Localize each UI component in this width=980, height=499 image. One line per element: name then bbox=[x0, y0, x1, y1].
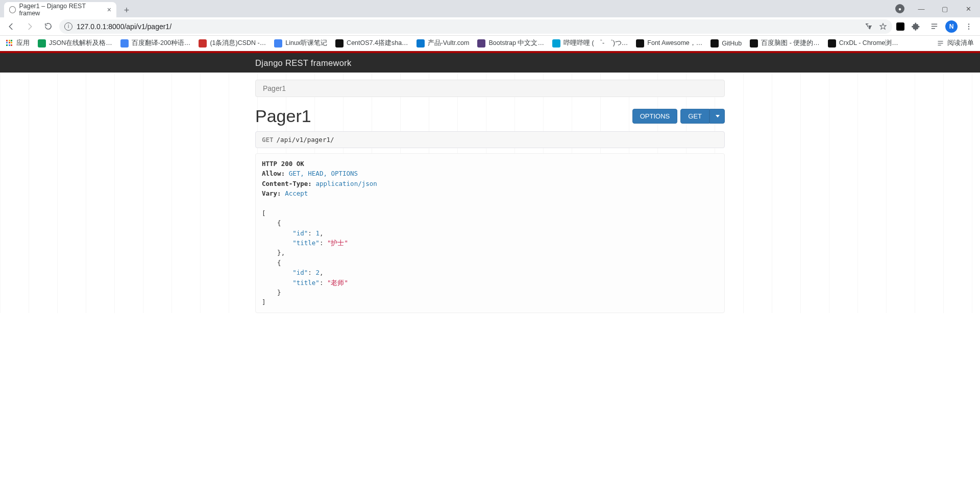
extensions-puzzle-icon[interactable] bbox=[909, 19, 923, 34]
bookmark-favicon bbox=[710, 39, 719, 47]
bookmark-label: Linux听课笔记 bbox=[285, 39, 327, 47]
bookmark-favicon bbox=[552, 39, 560, 47]
bookmark-item[interactable]: 百度翻译-200种语… bbox=[120, 39, 191, 47]
bookmarks-bar: 应用 JSON在线解析及格…百度翻译-200种语…(1条消息)CSDN -…Li… bbox=[0, 36, 980, 51]
new-tab-button[interactable]: + bbox=[119, 3, 134, 17]
bookmark-label: 哔哩哔哩 ( ゜- ゜)つ… bbox=[564, 39, 628, 47]
window-close-button[interactable]: ✕ bbox=[957, 1, 980, 16]
bookmark-favicon bbox=[274, 39, 282, 47]
bookmark-label: 百度脑图 - 便捷的… bbox=[761, 39, 820, 47]
bookmark-item[interactable]: 哔哩哔哩 ( ゜- ゜)つ… bbox=[552, 39, 628, 47]
breadcrumb: Pager1 bbox=[255, 80, 725, 97]
request-box: GET/api/v1/pager1/ bbox=[255, 131, 725, 148]
request-path: /api/v1/pager1/ bbox=[277, 136, 334, 144]
account-chip-icon[interactable]: ● bbox=[895, 4, 904, 13]
get-button[interactable]: GET bbox=[680, 109, 709, 124]
address-bar[interactable]: i 127.0.0.1:8000/api/v1/pager1/ bbox=[59, 19, 892, 34]
drf-brand-link[interactable]: Django REST framework bbox=[255, 58, 351, 67]
bookmark-item[interactable]: Bootstrap 中文文… bbox=[477, 39, 544, 47]
response-pre: HTTP 200 OK Allow: GET, HEAD, OPTIONS Co… bbox=[262, 159, 718, 307]
bookmark-item[interactable]: (1条消息)CSDN -… bbox=[199, 39, 266, 47]
browser-menu-button[interactable] bbox=[962, 19, 976, 34]
bookmark-favicon bbox=[828, 39, 836, 47]
svg-point-2 bbox=[968, 28, 969, 29]
bookmark-label: Font Awesome，… bbox=[647, 39, 702, 47]
page-title: Pager1 bbox=[255, 106, 311, 126]
bookmark-label: CentOS7.4搭建sha… bbox=[347, 39, 408, 47]
bookmark-label: 百度翻译-200种语… bbox=[132, 39, 191, 47]
nav-reload-button[interactable] bbox=[41, 19, 55, 34]
bookmark-favicon bbox=[636, 39, 644, 47]
bookmark-favicon bbox=[477, 39, 485, 47]
bookmark-item[interactable]: CentOS7.4搭建sha… bbox=[335, 39, 408, 47]
browser-tab-active[interactable]: Pager1 – Django REST framew × bbox=[4, 2, 116, 17]
bookmark-label: 产品-Vultr.com bbox=[428, 39, 470, 47]
bookmark-favicon bbox=[199, 39, 207, 47]
reading-list-label: 阅读清单 bbox=[947, 39, 974, 47]
bookmark-label: Bootstrap 中文文… bbox=[488, 39, 544, 47]
bookmark-label: CrxDL - Chrome浏… bbox=[839, 39, 898, 47]
window-minimize-button[interactable]: — bbox=[910, 1, 933, 16]
browser-tabstrip: Pager1 – Django REST framew × + ● — ▢ ✕ bbox=[0, 0, 980, 17]
extension-icon[interactable] bbox=[896, 22, 904, 31]
bookmark-item[interactable]: 产品-Vultr.com bbox=[416, 39, 470, 47]
get-dropdown-toggle[interactable] bbox=[709, 109, 725, 124]
bookmark-favicon bbox=[335, 39, 344, 47]
window-controls: ● — ▢ ✕ bbox=[895, 0, 980, 17]
reading-list-icon bbox=[937, 39, 944, 47]
request-method: GET bbox=[262, 136, 274, 144]
browser-toolbar: i 127.0.0.1:8000/api/v1/pager1/ N bbox=[0, 17, 980, 36]
bookmark-label: GitHub bbox=[722, 40, 742, 47]
bookmark-star-icon[interactable] bbox=[879, 22, 887, 31]
get-button-group: GET bbox=[680, 109, 725, 124]
bookmark-item[interactable]: Linux听课笔记 bbox=[274, 39, 327, 47]
bookmark-item[interactable]: JSON在线解析及格… bbox=[38, 39, 112, 47]
caret-down-icon bbox=[716, 115, 720, 117]
tab-favicon bbox=[9, 6, 16, 13]
bookmark-favicon bbox=[38, 39, 46, 47]
bookmark-item[interactable]: Font Awesome，… bbox=[636, 39, 702, 47]
apps-grid-icon bbox=[6, 40, 13, 47]
nav-back-button[interactable] bbox=[4, 19, 18, 34]
nav-forward-button[interactable] bbox=[22, 19, 37, 34]
reading-list-toolbar-icon[interactable] bbox=[927, 19, 941, 34]
bookmark-item[interactable]: 百度脑图 - 便捷的… bbox=[750, 39, 820, 47]
reading-list-button[interactable]: 阅读清单 bbox=[937, 39, 974, 47]
response-box: HTTP 200 OK Allow: GET, HEAD, OPTIONS Co… bbox=[255, 153, 725, 313]
drf-navbar: Django REST framework bbox=[0, 53, 980, 73]
svg-point-0 bbox=[968, 23, 969, 25]
bookmark-label: (1条消息)CSDN -… bbox=[210, 39, 266, 47]
translate-icon[interactable] bbox=[865, 22, 873, 31]
bookmark-item[interactable]: GitHub bbox=[710, 39, 742, 47]
window-maximize-button[interactable]: ▢ bbox=[933, 1, 957, 16]
tab-close-icon[interactable]: × bbox=[107, 6, 111, 14]
svg-point-1 bbox=[968, 26, 969, 27]
bookmark-favicon bbox=[416, 39, 425, 47]
bookmarks-apps[interactable]: 应用 bbox=[6, 39, 30, 47]
bookmark-favicon bbox=[750, 39, 758, 47]
bookmark-item[interactable]: CrxDL - Chrome浏… bbox=[828, 39, 898, 47]
profile-avatar[interactable]: N bbox=[945, 20, 958, 33]
apps-label: 应用 bbox=[16, 39, 30, 47]
options-button[interactable]: OPTIONS bbox=[632, 109, 678, 124]
site-info-icon[interactable]: i bbox=[64, 22, 72, 31]
bookmark-label: JSON在线解析及格… bbox=[49, 39, 112, 47]
address-url: 127.0.0.1:8000/api/v1/pager1/ bbox=[77, 22, 172, 31]
bookmark-favicon bbox=[120, 39, 129, 47]
tab-title: Pager1 – Django REST framew bbox=[19, 3, 104, 17]
breadcrumb-item[interactable]: Pager1 bbox=[263, 84, 286, 92]
